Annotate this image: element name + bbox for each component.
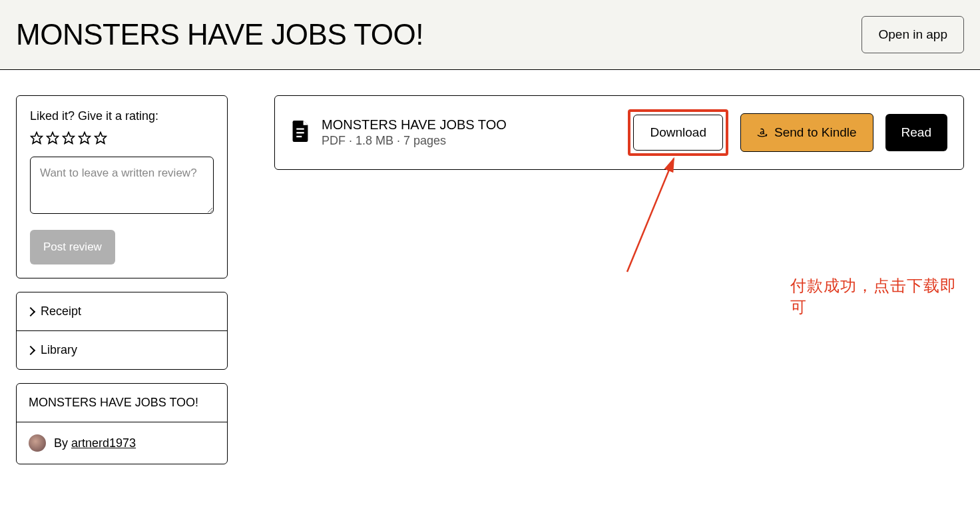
author-row: By artnerd1973 (17, 422, 227, 464)
receipt-label: Receipt (41, 304, 81, 318)
library-toggle[interactable]: Library (17, 330, 227, 369)
sidebar: Liked it? Give it a rating: Post review … (16, 95, 228, 478)
star-icon[interactable] (62, 131, 75, 145)
page-title: MONSTERS HAVE JOBS TOO! (16, 18, 423, 51)
product-title: MONSTERS HAVE JOBS TOO! (17, 384, 227, 422)
file-icon (291, 121, 310, 145)
download-button[interactable]: Download (633, 115, 723, 151)
star-rating (30, 131, 214, 145)
svg-marker-1 (47, 133, 59, 144)
file-info: MONSTERS HAVE JOBS TOO PDF · 1.8 MB · 7 … (322, 117, 616, 148)
svg-marker-3 (79, 133, 91, 144)
file-title: MONSTERS HAVE JOBS TOO (322, 117, 616, 133)
svg-marker-2 (63, 133, 75, 144)
main-area: MONSTERS HAVE JOBS TOO PDF · 1.8 MB · 7 … (274, 95, 964, 478)
page-header: MONSTERS HAVE JOBS TOO! Open in app (0, 0, 980, 70)
avatar (29, 434, 46, 452)
svg-marker-4 (95, 133, 107, 144)
svg-rect-6 (296, 132, 304, 133)
annotation-text: 付款成功，点击下载即可 (790, 275, 964, 318)
svg-line-8 (627, 159, 674, 272)
annotation-highlight: Download (628, 109, 728, 156)
file-meta: PDF · 1.8 MB · 7 pages (322, 134, 616, 148)
rating-prompt: Liked it? Give it a rating: (30, 109, 214, 123)
chevron-right-icon (26, 306, 35, 316)
collapse-box: Receipt Library (16, 292, 228, 370)
product-box: MONSTERS HAVE JOBS TOO! By artnerd1973 (16, 383, 228, 464)
file-card: MONSTERS HAVE JOBS TOO PDF · 1.8 MB · 7 … (274, 95, 964, 170)
open-in-app-button[interactable]: Open in app (861, 16, 964, 53)
annotation-arrow (614, 152, 747, 285)
svg-rect-7 (296, 136, 302, 137)
review-textarea[interactable] (30, 157, 214, 214)
read-button[interactable]: Read (885, 114, 947, 151)
author-link[interactable]: artnerd1973 (71, 436, 136, 450)
send-to-kindle-button[interactable]: Send to Kindle (740, 113, 873, 152)
svg-marker-0 (31, 133, 43, 144)
chevron-right-icon (26, 345, 35, 354)
svg-rect-5 (296, 128, 304, 129)
star-icon[interactable] (78, 131, 91, 145)
page-content: Liked it? Give it a rating: Post review … (0, 70, 980, 503)
star-icon[interactable] (94, 131, 107, 145)
star-icon[interactable] (30, 131, 43, 145)
receipt-toggle[interactable]: Receipt (17, 292, 227, 330)
author-label: By artnerd1973 (54, 436, 136, 450)
library-label: Library (41, 343, 77, 357)
kindle-label: Send to Kindle (774, 125, 857, 140)
amazon-icon (757, 127, 768, 138)
post-review-button[interactable]: Post review (30, 230, 115, 264)
star-icon[interactable] (46, 131, 59, 145)
by-prefix: By (54, 436, 71, 450)
rating-box: Liked it? Give it a rating: Post review (16, 95, 228, 278)
